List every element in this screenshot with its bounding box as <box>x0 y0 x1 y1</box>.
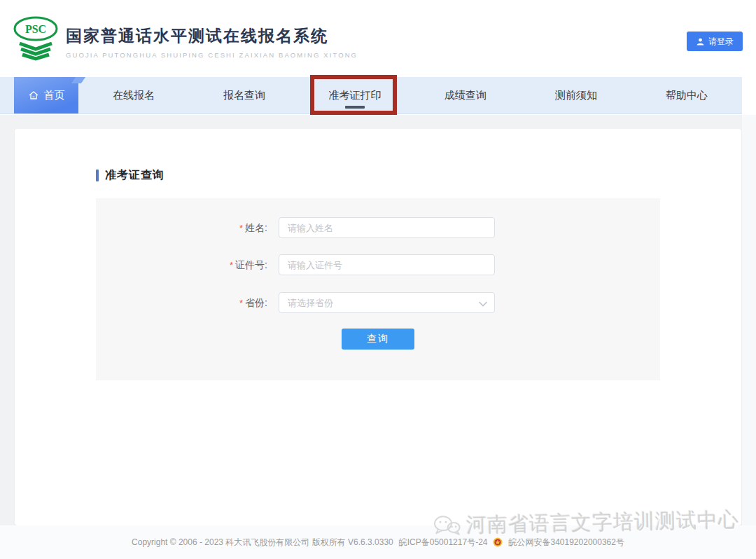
footer-text: Copyright © 2006 - 2023 科大讯飞股份有限公司 版权所有 … <box>132 537 624 548</box>
nav-item-label: 报名查询 <box>223 89 265 102</box>
police-filing-text: 皖公网安备34019202000362号 <box>508 537 624 548</box>
nav-item-home[interactable]: 首页 <box>14 77 78 113</box>
logo-text: PSC <box>25 23 46 35</box>
nav-item-registration-query[interactable]: 报名查询 <box>189 77 300 113</box>
name-input[interactable] <box>279 217 495 238</box>
name-field-label: *姓名: <box>96 217 267 238</box>
nav-item-pretest-notice[interactable]: 测前须知 <box>521 77 631 113</box>
user-icon <box>696 37 705 46</box>
nav-item-label: 首页 <box>44 89 65 102</box>
required-asterisk: * <box>239 298 243 308</box>
page: PSC 国家普通话水平测试在线报名系统 GUOJIA PUTONGHUA SHU… <box>0 0 756 559</box>
admit-card-query-form: *姓名: *证件号: *省份: 查询 <box>96 198 660 380</box>
nav-item-admit-card-print[interactable]: 准考证打印 <box>300 77 410 113</box>
brand-block: 国家普通话水平测试在线报名系统 GUOJIA PUTONGHUA SHUIPIN… <box>66 25 358 59</box>
header: PSC 国家普通话水平测试在线报名系统 GUOJIA PUTONGHUA SHU… <box>0 0 756 77</box>
province-field-label: *省份: <box>96 292 267 313</box>
form-row-id-number: *证件号: <box>96 254 660 275</box>
login-button[interactable]: 请登录 <box>687 32 743 51</box>
site-subtitle: GUOJIA PUTONGHUA SHUIPING CESHI ZAIXIAN … <box>66 51 358 59</box>
section-header: 准考证查询 <box>96 168 164 183</box>
required-asterisk: * <box>230 260 233 270</box>
icp-text: 皖ICP备05001217号-24 <box>399 537 488 548</box>
main-nav: 首页 在线报名 报名查询 准考证打印 成绩查询 测前须知 帮助中心 <box>0 77 742 114</box>
form-row-name: *姓名: <box>96 217 660 238</box>
login-button-label: 请登录 <box>708 36 734 48</box>
right-gutter <box>742 115 756 559</box>
nav-item-label: 在线报名 <box>113 89 155 102</box>
copyright-text: Copyright © 2006 - 2023 科大讯飞股份有限公司 版权所有 … <box>132 537 393 548</box>
nav-item-label: 成绩查询 <box>444 89 486 102</box>
police-badge-icon <box>493 537 503 547</box>
nav-item-label: 帮助中心 <box>666 89 708 102</box>
site-title: 国家普通话水平测试在线报名系统 <box>66 25 358 47</box>
required-asterisk: * <box>239 223 243 233</box>
form-row-province: *省份: <box>96 292 660 313</box>
home-icon <box>28 90 39 101</box>
nav-item-score-query[interactable]: 成绩查询 <box>410 77 521 113</box>
psc-logo-icon: PSC <box>13 15 59 63</box>
footer: Copyright © 2006 - 2023 科大讯飞股份有限公司 版权所有 … <box>0 525 756 559</box>
content-card: 准考证查询 *姓名: *证件号: *省份: 查询 <box>15 129 741 525</box>
admit-card-active-indicator <box>345 106 365 109</box>
nav-item-label: 准考证打印 <box>329 89 382 102</box>
query-button[interactable]: 查询 <box>342 329 414 350</box>
section-title-bar <box>96 170 99 181</box>
id-number-input[interactable] <box>279 254 495 275</box>
id-number-field-label: *证件号: <box>96 254 267 275</box>
nav-item-label: 测前须知 <box>555 89 597 102</box>
nav-item-help-center[interactable]: 帮助中心 <box>631 77 742 113</box>
section-title: 准考证查询 <box>105 168 164 183</box>
nav-item-online-registration[interactable]: 在线报名 <box>78 77 189 113</box>
province-select[interactable] <box>279 292 495 313</box>
